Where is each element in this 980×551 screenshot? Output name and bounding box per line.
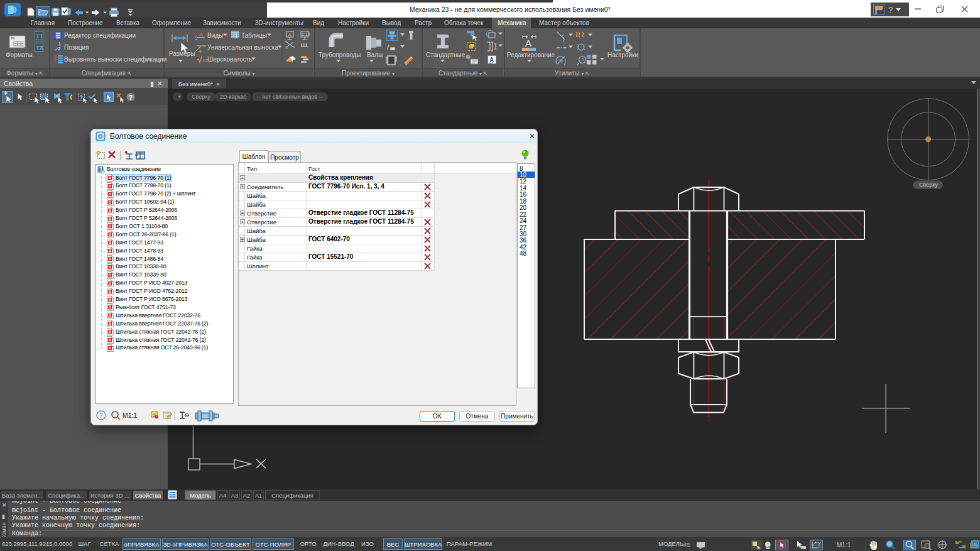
svg-text:2: 2 xyxy=(58,46,61,51)
svg-text:?: ? xyxy=(888,5,893,14)
svg-text:Позиция: Позиция xyxy=(64,44,89,51)
svg-text:A: A xyxy=(288,32,292,38)
svg-text:Редактор спецификации: Редактор спецификации xyxy=(64,32,136,39)
svg-text:A: A xyxy=(199,31,203,38)
svg-text:Шероховатость: Шероховатость xyxy=(207,56,253,63)
svg-text:Стандартные: Стандартные xyxy=(426,52,466,58)
svg-text:?: ? xyxy=(99,412,103,419)
svg-text:Редактирование: Редактирование xyxy=(507,52,555,58)
svg-text:М1:1: М1:1 xyxy=(122,412,138,419)
svg-text:1:10: 1:10 xyxy=(302,32,310,36)
svg-text:Универсальная выноска: Универсальная выноска xyxy=(207,44,278,51)
svg-text:А: А xyxy=(525,38,531,48)
svg-text:A: A xyxy=(489,57,494,63)
svg-text:Виды: Виды xyxy=(207,32,223,39)
svg-text:TX: TX xyxy=(36,45,44,51)
svg-text:?: ? xyxy=(129,94,133,101)
svg-text:Таблицы: Таблицы xyxy=(241,32,267,39)
svg-text:Настройки: Настройки xyxy=(607,52,638,58)
svg-text:М1:1: М1:1 xyxy=(837,542,851,548)
svg-text:f: f xyxy=(387,43,389,51)
svg-text:Размеры: Размеры xyxy=(169,50,195,57)
svg-text:Сверху: Сверху xyxy=(919,182,939,188)
svg-text:∂ʦ: ∂ʦ xyxy=(683,542,690,548)
svg-text:Форматы: Форматы xyxy=(6,52,33,58)
svg-text:Валы: Валы xyxy=(367,52,383,58)
svg-text:Трубопроводы: Трубопроводы xyxy=(318,52,361,58)
svg-text:TT: TT xyxy=(36,33,43,40)
svg-text:1: 1 xyxy=(58,41,61,46)
svg-text:Выровнять выноски спецификации: Выровнять выноски спецификации xyxy=(64,56,166,63)
